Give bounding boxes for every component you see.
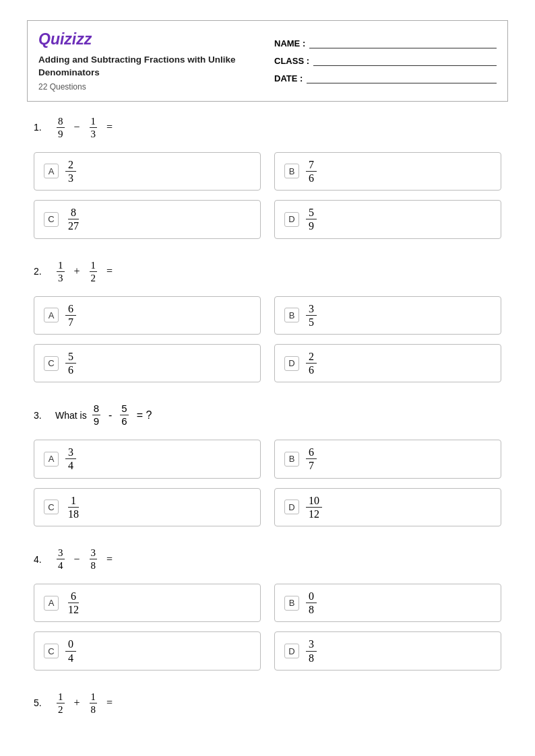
q2-optD-frac: 2 6: [306, 350, 317, 376]
question-2: 2. 1 3 + 1 2 = A 6 7: [34, 259, 501, 383]
q2-optC-letter: C: [44, 356, 59, 371]
q3-optB-frac: 6 7: [306, 446, 317, 472]
q1-optD-frac: 5 9: [306, 206, 317, 232]
questions-area: 1. 8 9 − 1 3 = A 2 3: [27, 115, 508, 716]
q5-number: 5.: [34, 697, 50, 708]
class-line: [313, 55, 497, 66]
q3-text: What is 8 9 - 5 6 = ?: [55, 403, 152, 427]
q3-optD-frac: 10 12: [306, 494, 322, 520]
date-field-row: DATE :: [274, 73, 497, 83]
q4-optA[interactable]: A 6 12: [34, 584, 261, 622]
page: Quizizz Adding and Subtracting Fractions…: [0, 0, 535, 756]
q3-optA[interactable]: A 3 4: [34, 440, 261, 478]
question-4: 4. 3 4 − 3 8 = A 6 12: [34, 547, 501, 671]
q2-optC[interactable]: C 5 6: [34, 344, 261, 382]
q3-optD-letter: D: [284, 500, 299, 514]
q4-answers: A 6 12 B 0 8 C 0: [34, 584, 501, 671]
q1-answers: A 2 3 B 7 6 C 8 2: [34, 152, 501, 239]
q1-optA-frac: 2 3: [65, 158, 76, 184]
q3-what-is: What is: [55, 410, 87, 421]
q1-op: −: [74, 121, 80, 133]
question-5: 5. 1 2 + 1 8 =: [34, 691, 501, 716]
q2-optB-frac: 3 5: [306, 302, 317, 329]
q1-header: 1. 8 9 − 1 3 =: [34, 115, 501, 140]
q2-optC-frac: 5 6: [65, 350, 76, 376]
q3-equals: = ?: [137, 409, 152, 421]
q3-optB[interactable]: B 6 7: [274, 440, 501, 478]
q3-op: -: [108, 409, 112, 421]
q3-optC-frac: 1 18: [65, 494, 82, 520]
q4-number: 4.: [34, 554, 50, 565]
q2-op: +: [74, 265, 80, 277]
q4-header: 4. 3 4 − 3 8 =: [34, 547, 501, 572]
q2-frac2: 1 2: [90, 259, 98, 284]
q2-header: 2. 1 3 + 1 2 =: [34, 259, 501, 284]
q1-optD[interactable]: D 5 9: [274, 200, 501, 238]
q2-optA-frac: 6 7: [65, 302, 76, 329]
class-field-row: CLASS :: [274, 55, 497, 66]
q5-frac1: 1 2: [57, 691, 65, 716]
header-left: Quizizz Adding and Subtracting Fractions…: [38, 30, 261, 92]
q4-optB[interactable]: B 0 8: [274, 584, 501, 622]
q4-frac1: 3 4: [57, 547, 65, 572]
q2-optB-letter: B: [284, 308, 299, 322]
q4-op: −: [74, 553, 80, 565]
q2-number: 2.: [34, 266, 50, 277]
class-label: CLASS :: [274, 56, 309, 66]
question-3: 3. What is 8 9 - 5 6 = ? A: [34, 403, 501, 526]
q4-optC[interactable]: C 0 4: [34, 631, 261, 670]
q4-optC-frac: 0 4: [65, 638, 76, 664]
logo-text: Quizizz: [38, 30, 92, 48]
q1-optC-letter: C: [44, 212, 59, 227]
q5-header: 5. 1 2 + 1 8 =: [34, 691, 501, 716]
q4-optB-frac: 0 8: [306, 590, 317, 616]
q3-optA-letter: A: [44, 452, 59, 467]
q4-optA-frac: 6 12: [65, 590, 82, 616]
q2-answers: A 6 7 B 3 5 C 5 6: [34, 296, 501, 383]
q1-optB-letter: B: [284, 164, 299, 178]
q1-optD-letter: D: [284, 212, 299, 227]
q1-optC-frac: 8 27: [65, 206, 82, 232]
q2-optD[interactable]: D 2 6: [274, 344, 501, 382]
q3-optA-frac: 3 4: [65, 446, 76, 472]
q2-optB[interactable]: B 3 5: [274, 296, 501, 335]
q4-optB-letter: B: [284, 596, 299, 611]
q1-optB-frac: 7 6: [306, 158, 317, 184]
q3-optC[interactable]: C 1 18: [34, 488, 261, 526]
q2-optA[interactable]: A 6 7: [34, 296, 261, 335]
q4-optD[interactable]: D 3 8: [274, 631, 501, 670]
q4-equals: =: [106, 553, 113, 565]
name-line: [309, 38, 497, 48]
q2-optD-letter: D: [284, 356, 299, 371]
q4-optD-frac: 3 8: [306, 638, 317, 664]
q1-equals: =: [106, 121, 113, 133]
header-box: Quizizz Adding and Subtracting Fractions…: [27, 20, 508, 102]
header-right: NAME : CLASS : DATE :: [274, 30, 497, 92]
logo: Quizizz: [38, 30, 261, 48]
q3-frac1: 8 9: [92, 403, 100, 427]
worksheet-title: Adding and Subtracting Fractions with Un…: [38, 54, 261, 79]
q3-optD[interactable]: D 10 12: [274, 488, 501, 526]
q4-optA-letter: A: [44, 596, 59, 611]
q1-number: 1.: [34, 122, 50, 133]
q4-frac2: 3 8: [90, 547, 98, 572]
q2-frac1: 1 3: [57, 259, 65, 284]
question-1: 1. 8 9 − 1 3 = A 2 3: [34, 115, 501, 239]
q4-optD-letter: D: [284, 644, 299, 658]
q1-frac2: 1 3: [90, 115, 98, 140]
name-field-row: NAME :: [274, 38, 497, 48]
name-label: NAME :: [274, 38, 305, 48]
date-label: DATE :: [274, 73, 303, 83]
q1-optA-letter: A: [44, 164, 59, 178]
q5-op: +: [74, 697, 80, 709]
q1-optA[interactable]: A 2 3: [34, 152, 261, 191]
q1-optB[interactable]: B 7 6: [274, 152, 501, 191]
q4-optC-letter: C: [44, 644, 59, 658]
q3-header: 3. What is 8 9 - 5 6 = ?: [34, 403, 501, 427]
q1-frac1: 8 9: [57, 115, 65, 140]
q1-optC[interactable]: C 8 27: [34, 200, 261, 238]
q3-number: 3.: [34, 410, 50, 421]
q3-answers: A 3 4 B 6 7 C 1 1: [34, 440, 501, 526]
q5-equals: =: [106, 697, 113, 709]
q5-frac2: 1 8: [90, 691, 98, 716]
